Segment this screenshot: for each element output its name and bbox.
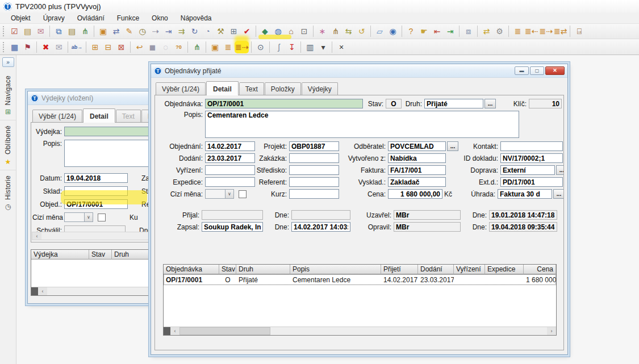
columns-dropdown-icon[interactable]: ▾ bbox=[316, 41, 329, 53]
column-header[interactable]: Popis bbox=[290, 265, 381, 274]
menu-okno[interactable]: Okno bbox=[145, 13, 174, 23]
orders-window-titlebar[interactable]: T Objednávky přijaté ▬ ▢ ✕ bbox=[151, 64, 567, 78]
kurz-input[interactable] bbox=[289, 189, 339, 199]
horizontal-scrollbar[interactable]: ‹ › bbox=[164, 327, 556, 335]
maximize-button[interactable]: ▢ bbox=[530, 66, 544, 75]
vyrizeni-input[interactable] bbox=[205, 165, 255, 175]
opravil-dne-input[interactable] bbox=[489, 222, 557, 232]
objednani-input[interactable] bbox=[205, 141, 255, 151]
save-icon[interactable]: ▦ bbox=[8, 41, 21, 53]
zapsal-dne-input[interactable] bbox=[291, 222, 350, 232]
list-arrow-out-icon[interactable]: ≣⇢ bbox=[538, 25, 553, 37]
paperclip-icon[interactable]: ʃ bbox=[272, 41, 285, 53]
check-mark-icon[interactable]: ✔ bbox=[240, 25, 253, 37]
expedice-input[interactable] bbox=[205, 177, 255, 187]
return-arrow-icon[interactable]: ↩ bbox=[133, 41, 146, 53]
doc-export-icon[interactable]: ⇥ bbox=[444, 25, 457, 37]
scroll-right-icon[interactable]: › bbox=[547, 327, 556, 335]
tab-vydejky[interactable]: Výdejky bbox=[302, 82, 338, 95]
hand-offer-icon[interactable]: ☛ bbox=[417, 25, 431, 37]
menu-ovladani[interactable]: Ovládání bbox=[71, 13, 111, 23]
exit-door-icon[interactable]: ⍈ bbox=[573, 25, 586, 37]
prijal-input[interactable] bbox=[202, 210, 263, 220]
preview-search-icon[interactable]: ⊙ bbox=[254, 41, 267, 53]
document-scroll-icon[interactable]: ▤ bbox=[65, 25, 78, 37]
doc-gear-icon[interactable]: ⧈ bbox=[462, 25, 475, 37]
zapsal-input[interactable] bbox=[202, 222, 263, 232]
cizi-mena-checkbox[interactable] bbox=[239, 190, 247, 198]
tab-vyber[interactable]: Výběr (1/24) bbox=[156, 82, 206, 95]
zakazka-input[interactable] bbox=[289, 153, 339, 163]
stop-icon[interactable]: ◼ bbox=[146, 41, 159, 53]
ext-d-input[interactable] bbox=[500, 177, 563, 187]
cena-input[interactable] bbox=[388, 189, 442, 199]
odberatel-input[interactable] bbox=[388, 141, 446, 151]
uhrada-input[interactable] bbox=[498, 189, 552, 199]
tree-nodes-icon[interactable]: ⋔ bbox=[329, 25, 342, 37]
column-header[interactable]: Objednávka bbox=[164, 265, 219, 274]
column-delete-icon[interactable]: ⊠ bbox=[115, 41, 128, 53]
delete-x-icon[interactable]: ✖ bbox=[39, 41, 52, 53]
box-edit-icon[interactable]: ✎ bbox=[123, 25, 136, 37]
tab-polozky[interactable]: Položky bbox=[265, 82, 301, 95]
document-window-icon[interactable]: ⧉ bbox=[52, 25, 65, 37]
arrows-clock-icon[interactable]: ⇢ bbox=[149, 25, 162, 37]
double-arrows-icon[interactable]: ⇉ bbox=[175, 25, 188, 37]
tools-hammer-icon[interactable]: ⚒ bbox=[214, 25, 227, 37]
uzavrel-input[interactable] bbox=[394, 210, 461, 220]
scroll-left-icon[interactable]: ‹ bbox=[170, 327, 179, 335]
cizi-mena-combo[interactable]: ∨ bbox=[64, 212, 93, 222]
close-button[interactable]: ✕ bbox=[545, 66, 565, 75]
uzavrel-dne-input[interactable] bbox=[489, 210, 557, 220]
org-chart-icon[interactable]: ⋔ bbox=[78, 25, 91, 37]
cizi-mena-checkbox[interactable] bbox=[98, 214, 106, 221]
cizi-mena-combo[interactable]: ∨ bbox=[205, 189, 234, 199]
calculator-icon[interactable]: ⊞ bbox=[227, 25, 240, 37]
scroll-thumb[interactable] bbox=[179, 327, 270, 335]
list-orange-icon[interactable]: ≣ bbox=[222, 41, 235, 53]
box-sync-icon[interactable]: ⇄ bbox=[110, 25, 123, 37]
doc-forward-icon[interactable]: ⇥ bbox=[162, 25, 175, 37]
chevron-down-icon[interactable]: ∨ bbox=[85, 212, 93, 222]
hierarchy-green-icon[interactable]: ⋔ bbox=[190, 41, 203, 53]
refresh-icon[interactable]: ↺ bbox=[355, 25, 368, 37]
table-row-selected[interactable]: OP/17/0001 O Přijaté Cementaren Ledce 14… bbox=[164, 274, 556, 285]
faktura-input[interactable] bbox=[388, 165, 446, 175]
folder-open-icon[interactable]: ▱ bbox=[373, 25, 386, 37]
doc-import-icon[interactable]: ⇤ bbox=[431, 25, 444, 37]
help-cube-icon[interactable]: ? bbox=[404, 25, 417, 37]
popis-textarea[interactable]: Cementaren Ledce bbox=[205, 111, 519, 138]
projekt-input[interactable] bbox=[289, 141, 339, 151]
box-new-icon[interactable]: ▣ bbox=[208, 41, 222, 53]
opravil-input[interactable] bbox=[394, 222, 461, 232]
table-insert-icon[interactable]: ⊞ bbox=[89, 41, 102, 53]
uhrada-picker-button[interactable]: ... bbox=[553, 189, 564, 199]
archive-box-icon[interactable]: ✉ bbox=[52, 41, 65, 53]
objednavka-input[interactable] bbox=[205, 99, 363, 108]
columns-layout-icon[interactable]: ▥ bbox=[303, 41, 316, 53]
doprava-input[interactable] bbox=[500, 165, 555, 175]
sidebar-expand-button[interactable]: » bbox=[2, 57, 14, 67]
tab-vyber[interactable]: Výběr (1/24) bbox=[32, 110, 82, 122]
rename-ab-icon[interactable]: ab→ bbox=[70, 41, 83, 53]
column-header[interactable]: Stav bbox=[219, 265, 236, 274]
list-arrow-in-icon[interactable]: ≣⇠ bbox=[524, 25, 538, 37]
swap-arrows-icon[interactable]: ⇆ bbox=[342, 25, 355, 37]
globe-icon[interactable]: ◍ bbox=[272, 25, 285, 37]
box-new-icon[interactable]: ▣ bbox=[97, 25, 110, 37]
minimize-button[interactable]: ▬ bbox=[515, 66, 529, 75]
stav-input[interactable] bbox=[386, 99, 402, 108]
column-header[interactable]: Druh bbox=[236, 265, 290, 274]
scroll-left-icon[interactable]: ‹ bbox=[32, 232, 41, 240]
column-header[interactable]: Vyřízení bbox=[454, 265, 485, 274]
list-orange-icon[interactable]: ≣ bbox=[511, 25, 524, 37]
tasks-check-icon[interactable]: ☑ bbox=[8, 25, 21, 37]
tab-text[interactable]: Text bbox=[239, 82, 264, 95]
stamp-icon[interactable]: ⚑ bbox=[21, 41, 34, 53]
table-copy-icon[interactable]: ⊟ bbox=[102, 41, 115, 53]
formula-xy-icon[interactable]: ⊡ bbox=[298, 25, 311, 37]
sidebar-tab-navigace[interactable]: Navigace ⊞ bbox=[0, 70, 16, 120]
column-header[interactable]: Přijetí bbox=[381, 265, 418, 274]
id-dokladu-input[interactable] bbox=[500, 153, 563, 163]
close-toolbar-icon[interactable]: × bbox=[335, 41, 348, 53]
